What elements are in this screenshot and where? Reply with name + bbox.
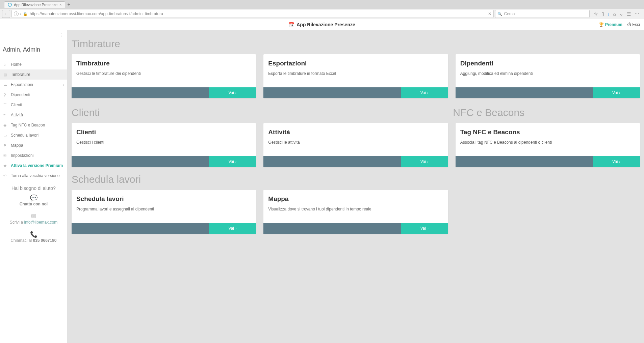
vai-button[interactable]: Vai› — [593, 156, 640, 167]
favicon-icon — [8, 3, 12, 7]
card-schedula: Schedula lavori Programma lavori e asseg… — [72, 190, 256, 234]
nav-bar: ← i ▸ 🔒 https://manutenzionerossi.libema… — [0, 9, 644, 19]
card-footer: Vai › — [263, 87, 448, 98]
chevron-right-icon: › — [619, 160, 620, 164]
sidebar: ⋮ Admin, Admin ⌂Home▤Timbrature☁Esportaz… — [0, 30, 68, 343]
more-icon[interactable]: ⋯ — [635, 11, 639, 17]
premium-link[interactable]: 🏆 Premium — [599, 22, 622, 27]
new-tab-button[interactable]: + — [67, 2, 70, 7]
card-desc: Aggiungi, modifica ed elimina dipendenti — [460, 71, 635, 76]
nav-icon: ☷ — [3, 103, 8, 107]
nav-icon: ⌂ — [3, 62, 8, 66]
nav-icon: ≡ — [3, 113, 8, 117]
nav-label: Esportazioni — [11, 82, 33, 87]
sidebar-item-4[interactable]: ☷Clienti — [0, 100, 67, 110]
home-icon[interactable]: ⌂ — [613, 11, 616, 17]
nav-icon: ☁ — [3, 83, 8, 87]
browser-tab[interactable]: App Rilevazione Presenze × — [4, 1, 65, 8]
chevron-right-icon: › — [235, 91, 236, 95]
lock-icon: 🔒 — [23, 12, 28, 16]
clear-url-icon[interactable]: ✕ — [488, 11, 491, 16]
chat-link[interactable]: Chatta con noi — [2, 202, 65, 206]
sidebar-item-1[interactable]: ▤Timbrature — [0, 69, 67, 80]
vai-button[interactable]: Vai › — [593, 87, 640, 98]
download-icon[interactable]: ↓ — [608, 11, 610, 17]
nav-label: Schedula lavori — [11, 133, 38, 138]
app-title: 📅 App Rilevazione Presenze — [289, 22, 355, 27]
sidebar-item-3[interactable]: ⚲Dipendenti — [0, 90, 67, 100]
nav-label: Home — [11, 62, 22, 67]
chat-icon: 💬 — [2, 194, 65, 202]
sidebar-username: Admin, Admin — [0, 40, 67, 59]
phone-number: 035 0667180 — [33, 238, 56, 243]
card-title: Attività — [268, 128, 443, 136]
help-title: Hai bisogno di aiuto? — [2, 185, 65, 191]
chevron-right-icon: › — [427, 160, 428, 164]
back-button[interactable]: ← — [2, 10, 10, 18]
exit-button[interactable]: ⏻ Esci — [627, 22, 640, 27]
card-title: Schedula lavori — [76, 195, 251, 203]
sidebar-item-7[interactable]: ▭Schedula lavori — [0, 130, 67, 140]
card-title: Esportazioni — [268, 60, 443, 67]
email-link[interactable]: info@libemax.com — [24, 220, 57, 225]
nav-label: Mappa — [11, 143, 23, 148]
bookmark-icon[interactable]: ☆ — [594, 11, 598, 17]
vai-button[interactable]: Vai › — [401, 87, 448, 98]
card-footer: Vai› — [72, 223, 256, 234]
sidebar-item-8[interactable]: ⚑Mappa — [0, 140, 67, 150]
sidebar-item-5[interactable]: ≡Attività — [0, 110, 67, 120]
pocket-icon[interactable]: ⌄ — [619, 11, 623, 17]
card-desc: Gestisci le timbrature dei dipendenti — [76, 71, 251, 76]
card-attivita: Attività Gestisci le attività Vai› — [263, 123, 448, 167]
vai-button[interactable]: Vai› — [401, 223, 448, 234]
nav-label: Torna alla vecchia versione — [11, 173, 60, 178]
card-clienti: Clienti Gestisci i clienti Vai› — [72, 123, 256, 167]
sidebar-help: Hai bisogno di aiuto? 💬 Chatta con noi ✉… — [0, 181, 67, 254]
sidebar-item-10[interactable]: ★Attiva la versione Premium — [0, 161, 67, 171]
sidebar-nav: ⌂Home▤Timbrature☁Esportazioni‹⚲Dipendent… — [0, 59, 67, 181]
vai-button[interactable]: Vai › — [209, 87, 256, 98]
card-timbrature-1: Esportazioni Esporta le timbrature in fo… — [263, 54, 448, 98]
sidebar-menu-icon[interactable]: ⋮ — [0, 30, 67, 40]
chevron-right-icon: › — [427, 91, 428, 95]
card-footer: Vai › — [456, 87, 640, 98]
main-content: Timbrature Timbrature Gestisci le timbra… — [68, 30, 644, 343]
url-bar[interactable]: i ▸ 🔒 https://manutenzionerossi.libemax.… — [11, 10, 494, 18]
power-icon: ⏻ — [627, 22, 631, 27]
email-line: Scrivi a info@libemax.com — [2, 220, 65, 225]
nav-label: Timbrature — [11, 72, 30, 77]
nav-icon: ▤ — [3, 73, 8, 77]
nav-label: Impostazioni — [11, 153, 33, 158]
sidebar-item-2[interactable]: ☁Esportazioni‹ — [0, 80, 67, 90]
sidebar-item-11[interactable]: ↶Torna alla vecchia versione — [0, 171, 67, 181]
vai-button[interactable]: Vai› — [209, 223, 256, 234]
phone-icon: 📞 — [2, 231, 65, 238]
nav-icon: ⚲ — [3, 93, 8, 97]
nav-icon: ⚑ — [3, 143, 8, 148]
library-icon[interactable]: ▯ — [601, 11, 604, 17]
card-footer: Vai› — [72, 156, 256, 167]
section-title-nfc: NFC e Beacons — [453, 107, 640, 118]
trophy-icon: 🏆 — [599, 22, 604, 27]
close-tab-icon[interactable]: × — [59, 3, 61, 7]
card-desc: Visualizza dove si trovano i tuoi dipend… — [268, 207, 443, 211]
vai-button[interactable]: Vai› — [401, 156, 448, 167]
section-title-schedula: Schedula lavori — [72, 174, 640, 185]
app-header: 📅 App Rilevazione Presenze 🏆 Premium ⏻ E… — [0, 19, 644, 30]
card-desc: Associa i tag NFC e Beacons ai dipendent… — [460, 140, 635, 145]
card-footer: Vai› — [263, 156, 448, 167]
sidebar-item-0[interactable]: ⌂Home — [0, 59, 67, 69]
dropdown-icon[interactable]: ▸ — [20, 12, 22, 16]
info-icon[interactable]: i — [14, 11, 19, 16]
menu-icon[interactable]: ☰ — [627, 11, 631, 17]
sidebar-item-6[interactable]: ◉Tag NFC e Beacon — [0, 120, 67, 130]
tab-bar: App Rilevazione Presenze × + — [0, 0, 644, 9]
phone-line: Chiamaci al 035 0667180 — [2, 238, 65, 243]
search-bar[interactable]: 🔍 Cerca — [495, 10, 590, 18]
sidebar-item-9[interactable]: ✉Impostazioni — [0, 150, 67, 161]
chevron-right-icon: › — [619, 91, 620, 95]
vai-button[interactable]: Vai› — [209, 156, 256, 167]
card-desc: Gestisci le attività — [268, 140, 443, 145]
search-icon: 🔍 — [497, 12, 502, 16]
card-title: Dipendenti — [460, 60, 635, 67]
